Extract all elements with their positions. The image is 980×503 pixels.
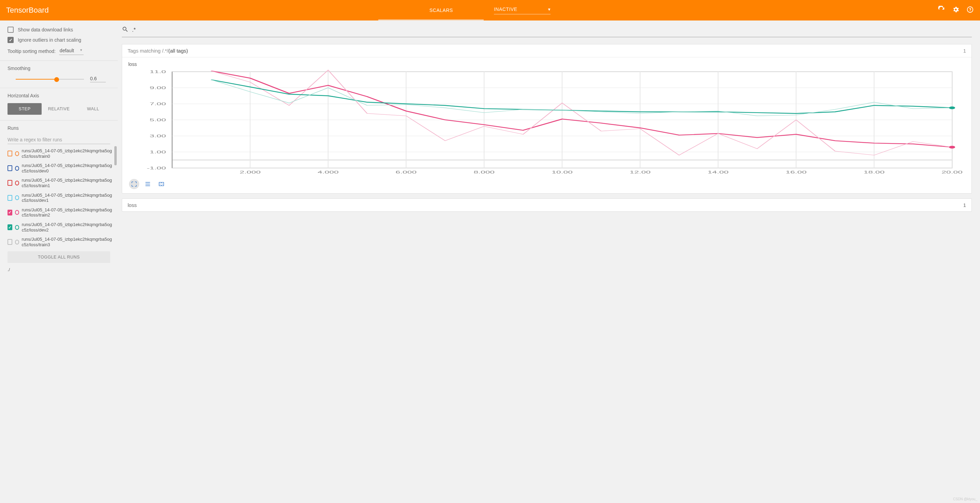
run-row: runs/Jul05_14-07-05_izbp1ekc2hkqmgrba5og… <box>0 146 112 161</box>
horizontal-axis-label: Horizontal Axis <box>8 93 110 98</box>
app-header: TensorBoard SCALARS INACTIVE ▾ <box>0 0 980 21</box>
haxis-wall-button[interactable]: WALL <box>76 103 110 115</box>
run-checkbox[interactable] <box>8 239 12 245</box>
smoothing-label: Smoothing <box>8 65 110 71</box>
run-color-icon[interactable] <box>15 225 19 230</box>
run-color-icon[interactable] <box>15 180 19 185</box>
run-checkbox[interactable] <box>8 210 12 216</box>
svg-text:5.00: 5.00 <box>150 118 166 122</box>
run-color-icon[interactable] <box>15 210 19 215</box>
sidebar: Show data download links Ignore outliers… <box>0 21 118 278</box>
run-checkbox[interactable] <box>8 180 12 186</box>
refresh-icon[interactable] <box>938 6 945 15</box>
main-panel: Tags matching /.*/ (all tags) 1 loss -1.… <box>118 21 980 278</box>
run-color-icon[interactable] <box>15 166 19 171</box>
tab-inactive[interactable]: INACTIVE ▾ <box>494 0 550 21</box>
svg-text:12.00: 12.00 <box>630 170 651 174</box>
svg-text:7.00: 7.00 <box>150 102 166 106</box>
svg-text:14.00: 14.00 <box>708 170 729 174</box>
tooltip-sort-select[interactable]: default <box>59 47 84 55</box>
run-name: runs/Jul05_14-07-05_izbp1ekc2hkqmgrba5og… <box>22 207 112 218</box>
svg-text:1.00: 1.00 <box>150 150 166 154</box>
chevron-down-icon: ▾ <box>548 6 551 12</box>
tags-count: 1 <box>963 48 966 54</box>
tags-card: Tags matching /.*/ (all tags) 1 loss -1.… <box>122 44 972 193</box>
svg-text:3.00: 3.00 <box>150 134 166 138</box>
svg-point-42 <box>161 185 162 185</box>
fit-icon[interactable] <box>156 179 167 189</box>
app-title: TensorBoard <box>6 6 49 15</box>
smoothing-value[interactable]: 0.6 <box>90 76 106 82</box>
tag-search-row <box>122 25 972 37</box>
svg-text:10.00: 10.00 <box>551 170 573 174</box>
svg-point-36 <box>949 146 955 149</box>
svg-text:2.000: 2.000 <box>240 170 261 174</box>
search-icon <box>122 26 129 34</box>
settings-icon[interactable] <box>952 6 959 15</box>
run-row: runs/Jul05_14-07-05_izbp1ekc2hkqmgrba5og… <box>0 205 112 220</box>
tags-matching-suffix: (all tags) <box>168 48 188 54</box>
run-name: runs/Jul05_14-07-05_izbp1ekc2hkqmgrba5og… <box>22 177 112 188</box>
run-checkbox[interactable] <box>8 165 12 171</box>
chart-title: loss <box>128 61 967 67</box>
help-icon[interactable] <box>966 6 974 15</box>
run-row: runs/Jul05_14-07-05_izbp1ekc2hkqmgrba5og… <box>0 161 112 176</box>
run-row: runs/Jul05_14-07-05_izbp1ekc2hkqmgrba5og… <box>0 220 112 235</box>
collapsed-loss-card[interactable]: loss 1 <box>122 198 972 212</box>
collapsed-title: loss <box>127 202 137 208</box>
expand-icon[interactable] <box>129 179 139 189</box>
collapsed-count: 1 <box>963 202 966 208</box>
smoothing-slider[interactable] <box>16 77 84 81</box>
run-color-icon[interactable] <box>15 151 19 156</box>
show-download-label: Show data download links <box>18 27 73 32</box>
svg-text:11.0: 11.0 <box>150 70 166 74</box>
ignore-outliers-label: Ignore outliers in chart scaling <box>18 37 81 43</box>
ignore-outliers-checkbox[interactable] <box>8 37 14 43</box>
loss-chart[interactable]: -1.001.003.005.007.009.0011.02.0004.0006… <box>126 68 967 177</box>
run-name: runs/Jul05_14-07-05_izbp1ekc2hkqmgrba5og… <box>22 222 112 233</box>
run-name: runs/Jul05_14-07-05_izbp1ekc2hkqmgrba5og… <box>22 236 112 247</box>
svg-text:-1.00: -1.00 <box>147 166 166 170</box>
svg-point-41 <box>161 183 162 183</box>
runs-label: Runs <box>8 125 110 131</box>
runs-filter-input[interactable] <box>8 136 110 144</box>
run-name: runs/Jul05_14-07-05_izbp1ekc2hkqmgrba5og… <box>22 163 112 174</box>
tags-matching-prefix: Tags matching /.*/ <box>127 48 168 54</box>
svg-text:18.00: 18.00 <box>864 170 885 174</box>
show-download-checkbox[interactable] <box>8 27 14 33</box>
scrollbar-thumb[interactable] <box>114 146 117 165</box>
run-name: runs/Jul05_14-07-05_izbp1ekc2hkqmgrba5og… <box>22 193 112 203</box>
svg-point-40 <box>162 184 163 184</box>
list-icon[interactable] <box>143 179 153 189</box>
svg-text:20.00: 20.00 <box>942 170 963 174</box>
svg-text:9.00: 9.00 <box>150 86 166 90</box>
svg-text:16.00: 16.00 <box>786 170 807 174</box>
header-tabs: SCALARS INACTIVE ▾ <box>430 0 551 21</box>
haxis-step-button[interactable]: STEP <box>8 103 41 115</box>
svg-point-39 <box>160 184 161 184</box>
run-color-icon[interactable] <box>15 195 19 200</box>
svg-text:8.000: 8.000 <box>474 170 495 174</box>
run-checkbox[interactable] <box>8 150 12 156</box>
svg-text:4.000: 4.000 <box>318 170 339 174</box>
svg-text:6.000: 6.000 <box>396 170 417 174</box>
run-color-icon[interactable] <box>15 240 19 244</box>
inactive-label: INACTIVE <box>494 6 517 12</box>
tab-scalars[interactable]: SCALARS <box>430 0 453 21</box>
run-row: runs/Jul05_14-07-05_izbp1ekc2hkqmgrba5og… <box>0 176 112 190</box>
run-row: runs/Jul05_14-07-05_izbp1ekc2hkqmgrba5og… <box>0 190 112 205</box>
svg-point-37 <box>949 107 955 109</box>
run-checkbox[interactable] <box>8 224 12 230</box>
runs-root-path: ./ <box>0 265 118 274</box>
toggle-all-runs-button[interactable]: TOGGLE ALL RUNS <box>8 251 110 263</box>
haxis-relative-button[interactable]: RELATIVE <box>41 103 76 115</box>
runs-list: runs/Jul05_14-07-05_izbp1ekc2hkqmgrba5og… <box>0 146 118 249</box>
run-row: runs/Jul05_14-07-05_izbp1ekc2hkqmgrba5og… <box>0 235 112 249</box>
tag-search-input[interactable] <box>132 27 972 33</box>
tooltip-sort-label: Tooltip sorting method: <box>8 48 56 54</box>
run-name: runs/Jul05_14-07-05_izbp1ekc2hkqmgrba5og… <box>22 148 112 159</box>
run-checkbox[interactable] <box>8 195 12 201</box>
